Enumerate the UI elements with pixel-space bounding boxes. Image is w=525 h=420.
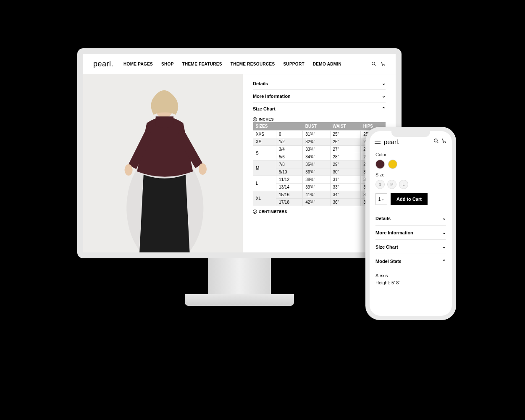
svg-point-8 <box>199 163 207 175</box>
phone-frame: pearl. Color Size S M L <box>365 127 456 320</box>
svg-point-2 <box>382 65 383 66</box>
desktop-header: pearl. HOME PAGES SHOP THEME FEATURES TH… <box>83 54 396 74</box>
quantity-value: 1 <box>378 197 381 202</box>
cell-waist: 30" <box>330 168 361 176</box>
cell-sub: 7/8 <box>276 161 302 168</box>
unit-inches-label: INCHES <box>259 117 274 121</box>
accordion-details[interactable]: Details ⌄ <box>253 77 386 89</box>
cell-sub: 15/16 <box>276 191 302 199</box>
phone-accordion-details-label: Details <box>375 216 391 221</box>
cell-sub: 9/10 <box>276 168 302 176</box>
model-stats-content: Alexis Height: 5' 8'' <box>375 268 446 286</box>
th-bust: BUST <box>303 122 330 131</box>
chevron-down-icon: ⌄ <box>382 81 386 86</box>
cell-sub: 1/2 <box>276 138 302 146</box>
cell-sub: 3/4 <box>276 146 302 153</box>
cell-bust: 31¾" <box>303 131 330 138</box>
svg-point-11 <box>443 142 444 143</box>
cart-icon[interactable] <box>441 138 447 145</box>
cell-size: M <box>253 161 276 176</box>
size-btn-s[interactable]: S <box>375 180 385 189</box>
phone-accordion-size-chart-label: Size Chart <box>375 244 398 249</box>
product-image <box>83 74 243 252</box>
size-label: Size <box>375 172 446 177</box>
cell-waist: 36" <box>330 199 361 206</box>
phone-notch <box>391 131 430 137</box>
cart-icon[interactable] <box>381 60 386 68</box>
phone-accordion-model-stats-label: Model Stats <box>375 259 402 264</box>
nav-demo-admin[interactable]: DEMO ADMIN <box>313 62 341 66</box>
model-illustration <box>83 74 243 252</box>
hamburger-icon[interactable] <box>375 140 381 144</box>
phone-accordion-size-chart[interactable]: Size Chart ⌄ <box>375 239 446 254</box>
cell-bust: 41¾" <box>303 191 330 199</box>
cell-size: L <box>253 176 276 191</box>
cell-bust: 33¾" <box>303 146 330 153</box>
size-btn-l[interactable]: L <box>399 180 408 189</box>
color-swatches <box>375 160 446 169</box>
add-to-cart-button[interactable]: Add to Cart <box>391 193 428 205</box>
chevron-down-icon: ⌄ <box>381 197 384 201</box>
cell-waist: 25" <box>330 131 361 138</box>
phone-screen: pearl. Color Size S M L <box>370 131 452 316</box>
nav-shop[interactable]: SHOP <box>161 62 174 66</box>
desktop-screen: pearl. HOME PAGES SHOP THEME FEATURES TH… <box>83 54 396 252</box>
color-swatch-maroon[interactable] <box>375 160 385 169</box>
table-row: XXS031¾"25"25" <box>253 131 386 138</box>
chevron-up-icon: ⌄ <box>442 258 446 264</box>
chevron-up-icon: ⌄ <box>382 106 386 111</box>
nav-theme-features[interactable]: THEME FEATURES <box>182 62 222 66</box>
accordion-details-label: Details <box>253 81 268 86</box>
nav-home-pages[interactable]: HOME PAGES <box>123 62 153 66</box>
nav-theme-resources[interactable]: THEME RESOURCES <box>231 62 275 66</box>
cell-waist: 34" <box>330 191 361 199</box>
cell-sub: 11/12 <box>276 176 302 184</box>
unit-inches-row[interactable]: ✕ INCHES <box>253 117 386 121</box>
model-name: Alexis <box>375 272 446 279</box>
quantity-select[interactable]: 1 ⌄ <box>375 193 387 205</box>
th-waist: WAIST <box>330 122 361 131</box>
phone-accordion-details[interactable]: Details ⌄ <box>375 211 446 225</box>
main-nav: HOME PAGES SHOP THEME FEATURES THEME RES… <box>123 62 341 66</box>
cell-waist: 26" <box>330 138 361 146</box>
cell-waist: 27" <box>330 146 361 153</box>
svg-line-1 <box>375 64 376 66</box>
accordion-size-chart[interactable]: Size Chart ⌄ <box>253 102 386 115</box>
phone-accordion-more-info[interactable]: More Information ⌄ <box>375 225 446 239</box>
svg-point-12 <box>445 142 446 143</box>
accordion-size-chart-label: Size Chart <box>253 106 276 111</box>
phone-accordion-model-stats[interactable]: Model Stats ⌄ <box>375 254 446 268</box>
cell-waist: 29" <box>330 161 361 168</box>
monitor-base <box>185 294 294 306</box>
cell-size: XS <box>253 138 276 146</box>
chevron-down-icon: ⌄ <box>442 244 446 249</box>
cell-bust: 39¾" <box>303 184 330 191</box>
phone-brand-logo[interactable]: pearl. <box>384 138 400 145</box>
svg-point-7 <box>124 164 132 176</box>
search-icon[interactable] <box>371 60 376 68</box>
cell-sub: 17/18 <box>276 199 302 206</box>
phone-accordion-more-info-label: More Information <box>375 230 413 235</box>
svg-point-0 <box>372 62 375 65</box>
svg-point-9 <box>434 139 438 142</box>
size-btn-m[interactable]: M <box>387 180 396 189</box>
monitor-stand <box>208 258 271 296</box>
cell-waist: 31" <box>330 176 361 184</box>
cell-size: XXS <box>253 131 276 138</box>
color-swatch-gold[interactable] <box>388 160 397 169</box>
cell-sub: 13/14 <box>276 184 302 191</box>
chevron-down-icon: ⌄ <box>442 215 446 221</box>
cell-bust: 36¾" <box>303 168 330 176</box>
cell-sub: 0 <box>276 131 302 138</box>
svg-point-3 <box>384 65 385 66</box>
nav-support[interactable]: SUPPORT <box>283 62 304 66</box>
search-icon[interactable] <box>433 138 439 145</box>
model-height: Height: 5' 8'' <box>375 279 446 286</box>
accordion-more-info[interactable]: More Information ⌄ <box>253 89 386 102</box>
accordion-more-info-label: More Information <box>253 94 291 99</box>
size-buttons: S M L <box>375 180 446 189</box>
cell-bust: 42¾" <box>303 199 330 206</box>
unit-cm-label: CENTIMETERS <box>259 210 287 214</box>
brand-logo[interactable]: pearl. <box>93 60 113 68</box>
th-sizes: SIZES <box>253 122 303 131</box>
